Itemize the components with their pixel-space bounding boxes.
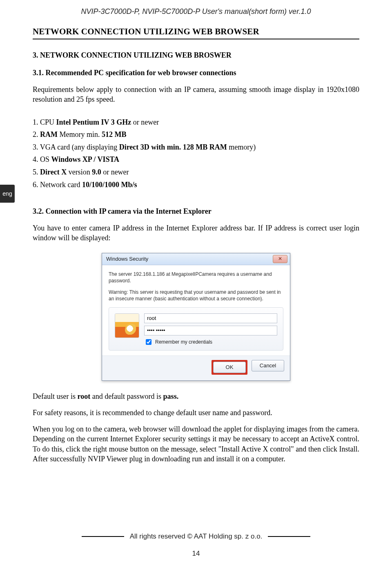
login-dialog-figure: Windows Security ✕ The server 192.168.1.… [33,253,359,381]
credentials-panel: Remember my credentials [109,307,283,351]
subsection-3-1-heading: 3.1. Recommended PC specification for we… [33,69,359,77]
spec-list: 1. CPU Intel Pentium IV 3 GHz or newer 2… [33,116,359,191]
dialog-message-2: Warning: This server is requesting that … [109,289,283,302]
password-field[interactable] [144,326,277,335]
spec-item-3: 3. VGA card (any displaying Direct 3D wi… [33,141,359,154]
spec-item-1: 1. CPU Intel Pentium IV 3 GHz or newer [33,116,359,129]
chapter-rule [33,38,359,40]
spec-item-5: 5. Direct X version 9.0 or newer [33,166,359,179]
ok-highlight: OK [212,360,247,375]
close-icon[interactable]: ✕ [273,255,287,263]
remember-credentials[interactable]: Remember my credentials [144,338,277,346]
cancel-button[interactable]: Cancel [252,360,284,371]
spec-item-6: 6. Network card 10/100/1000 Mb/s [33,179,359,191]
document-page: NVIP-3C7000D-P, NVIP-5C7000D-P User's ma… [0,0,392,570]
page-footer: All rights reserved © AAT Holding sp. z … [33,532,359,558]
section-3-heading: 3. NETWORK CONNECTION UTILIZING WEB BROS… [33,51,359,60]
section-3-2-intro: You have to enter camera IP address in t… [33,223,359,243]
dialog-footer: OK Cancel [102,355,290,380]
dialog-message-1: The server 192.168.1.186 at MegapixelIPC… [109,271,283,284]
remember-checkbox[interactable] [146,339,151,345]
dialog-body: The server 192.168.1.186 at MegapixelIPC… [102,265,290,355]
subsection-3-2-heading: 3.2. Connection with IP camera via the I… [33,207,359,216]
footer-rule-left [82,536,124,537]
default-credentials-note: Default user is root and default passwor… [33,391,359,401]
running-head: NVIP-3C7000D-P, NVIP-5C7000D-P User's ma… [33,7,359,16]
remember-label: Remember my credentials [155,339,212,345]
chapter-title: NETWORK CONNECTION UTILIZING WEB BROWSER [33,27,359,37]
username-field[interactable] [144,313,277,323]
ok-button[interactable]: OK [213,362,246,373]
safety-note: For safety reasons, it is recommended to… [33,408,359,418]
dialog-titlebar: Windows Security ✕ [102,253,290,265]
activex-note: When you log on to the camera, web brows… [33,424,359,464]
copyright-text: All rights reserved © AAT Holding sp. z … [130,532,263,541]
section-3-1-intro: Requirements below apply to connection w… [33,85,359,105]
spec-item-2: 2. RAM Memory min. 512 MB [33,128,359,141]
avatar [115,313,139,338]
footer-rule-right [268,536,310,537]
dialog-title: Windows Security [106,256,148,262]
windows-security-dialog: Windows Security ✕ The server 192.168.1.… [102,253,290,381]
page-number: 14 [33,550,359,558]
spec-item-4: 4. OS Windows XP / VISTA [33,153,359,166]
language-tab: eng [0,185,15,203]
